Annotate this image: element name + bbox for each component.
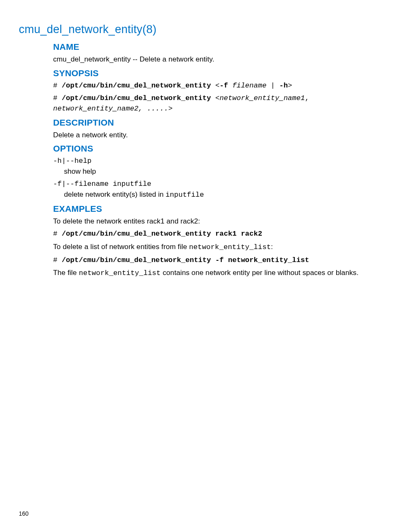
description-text: Delete a network entity. [53,130,376,141]
prompt: # [53,94,61,102]
open-bracket: < [211,94,219,102]
name-text: cmu_del_network_entity -- Delete a netwo… [53,54,376,65]
note-post: contains one network entity per line wit… [161,269,358,277]
sep: , [305,94,309,102]
intro-pre: To delete a list of network entities fro… [53,243,189,251]
section-heading-options: OPTIONS [53,144,376,154]
arg-name1: network_entity_name1 [220,94,305,102]
synopsis-line-1: # /opt/cmu/bin/cmu_del_network_entity <-… [53,81,376,91]
inline-code: network_entity_list [189,243,271,251]
arg-filename: filename [232,82,266,90]
command-path: /opt/cmu/bin/cmu_del_network_entity [61,82,211,90]
section-heading-name: NAME [53,42,376,52]
close-bracket: > [288,82,292,90]
prompt: # [53,82,61,90]
command-text: /opt/cmu/bin/cmu_del_network_entity rack… [61,230,262,238]
option-description: show help [64,167,376,177]
synopsis-line-2: # /opt/cmu/bin/cmu_del_network_entity <n… [53,93,376,114]
example-command-1: # /opt/cmu/bin/cmu_del_network_entity ra… [53,229,376,239]
section-heading-examples: EXAMPLES [53,204,376,214]
option-term: -h|--help [53,156,376,167]
option-term: -f|--filename inputfile [53,179,376,190]
example-intro-2: To delete a list of network entities fro… [53,242,376,253]
inline-code: network_entity_list [79,269,161,277]
close-bracket: > [168,105,172,113]
example-command-2: # /opt/cmu/bin/cmu_del_network_entity -f… [53,255,376,266]
arg-name2: network_entity_name2 [53,105,138,113]
command-text: /opt/cmu/bin/cmu_del_network_entity -f n… [61,256,309,264]
pipe: | [266,82,279,90]
example-intro-1: To delete the network entites rack1 and … [53,216,376,227]
inline-code: inputfile [166,191,204,199]
prompt: # [53,230,61,238]
option-help: -h|--help show help [53,156,376,177]
dots: , ..... [138,105,168,113]
flag-h: -h [279,82,288,90]
intro-post: : [271,243,273,251]
page-number: 160 [19,510,28,517]
page-title: cmu_del_network_entity(8) [19,23,380,36]
option-filename: -f|--filename inputfile delete network e… [53,179,376,200]
desc-text: delete network entity(s) listed in [64,190,166,198]
flag-f: -f [220,82,228,90]
section-heading-description: DESCRIPTION [53,118,376,128]
space [228,82,232,90]
section-heading-synopsis: SYNOPSIS [53,68,376,78]
command-path: /opt/cmu/bin/cmu_del_network_entity [61,94,211,102]
option-description: delete network entity(s) listed in input… [64,190,376,200]
note-pre: The file [53,269,79,277]
content-body: NAME cmu_del_network_entity -- Delete a … [53,42,376,279]
example-note: The file network_entity_list contains on… [53,268,376,279]
open-bracket: < [211,82,219,90]
prompt: # [53,256,61,264]
